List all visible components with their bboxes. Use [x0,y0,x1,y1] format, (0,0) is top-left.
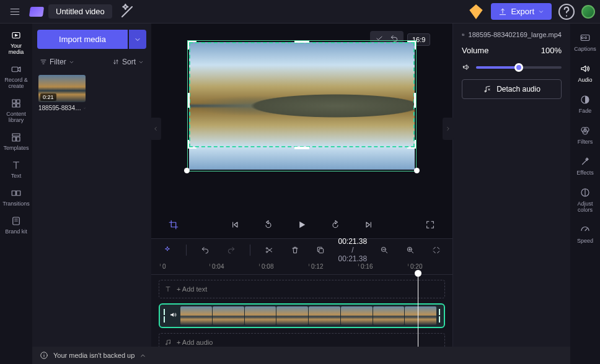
volume-label: Volume [462,46,488,55]
filter-button[interactable]: Filter [40,58,74,66]
svg-rect-6 [17,104,20,107]
thumbnail-name: 188595-8834… [38,105,81,111]
properties-panel: 188595-883402169_large.mp4 Volume 100% D… [452,24,570,364]
rewind-icon[interactable] [258,215,278,235]
skip-start-icon[interactable] [225,215,245,235]
resize-handle-right[interactable] [414,93,417,108]
thumbnail-image: 0:21 [38,75,86,102]
resize-handle-top[interactable] [294,40,309,43]
playback-controls [151,211,452,238]
rail-fade[interactable]: Fade [571,89,599,120]
import-dropdown[interactable] [129,30,146,49]
timecode: 00:21.38 / 00:21.38 [338,237,367,263]
fullscreen-icon[interactable] [420,215,440,235]
rail-effects[interactable]: Effects [571,151,599,182]
svg-rect-4 [17,100,20,103]
forward-icon[interactable] [325,215,345,235]
rail-captions[interactable]: Captions [571,27,599,58]
check-icon [84,105,86,111]
media-thumbnail[interactable]: 0:21 188595-8834… [38,75,86,111]
zoom-in-icon[interactable] [402,240,419,260]
timeline-ruler[interactable]: 0 0:04 0:08 0:12 0:16 0:20 [151,261,452,275]
panel-collapse-right[interactable] [443,118,454,140]
canvas-wrapper[interactable] [189,42,415,170]
duplicate-icon[interactable] [312,240,330,260]
filter-icon [40,58,47,66]
video-file-icon [462,33,465,37]
undo-button[interactable] [196,240,214,260]
clip-thumbnails [180,306,436,325]
clip-audio-icon [169,310,177,321]
resize-handle-left[interactable] [187,93,190,108]
export-button[interactable]: Export [491,3,552,20]
project-title[interactable]: Untitled video [48,4,112,19]
info-icon [40,351,48,360]
svg-rect-3 [12,100,15,103]
crop-tool-icon[interactable] [164,215,183,235]
user-avatar[interactable] [581,5,595,19]
rail-audio[interactable]: Audio [571,58,599,89]
media-panel: Import media Filter Sort 0:21 [32,24,151,364]
menu-button[interactable] [5,2,25,22]
chevron-up-icon[interactable] [139,352,146,359]
chevron-down-icon [138,59,144,65]
speaker-icon[interactable] [462,63,471,72]
panel-collapse-left[interactable] [150,118,161,140]
timeline-section: 00:21.38 / 00:21.38 0 0:04 0:08 0:12 0:1… [151,238,452,364]
rail-templates[interactable]: Templates [1,128,31,156]
slider-thumb[interactable] [514,63,523,72]
duration-badge: 0:21 [40,93,56,101]
svg-rect-5 [12,104,15,107]
left-rail: Your media Record & create Content libra… [0,24,32,364]
rail-record[interactable]: Record & create [1,60,31,94]
rail-your-media[interactable]: Your media [1,26,31,60]
rail-text[interactable]: Text [1,156,31,184]
export-label: Export [511,7,534,16]
clip-filename: 188595-883402169_large.mp4 [469,31,562,38]
video-track[interactable] [159,303,445,328]
music-icon [164,339,172,346]
magic-icon[interactable] [117,2,137,22]
resize-handle-bl[interactable] [188,140,196,149]
play-button[interactable] [292,215,312,235]
fit-icon[interactable] [428,240,445,260]
preview-canvas [189,42,415,170]
crop-dot-right[interactable] [414,168,420,173]
detach-icon [483,85,492,93]
resize-handle-tl[interactable] [188,41,196,50]
resize-handle-tr[interactable] [407,41,416,50]
premium-icon[interactable] [466,2,486,22]
rail-filters[interactable]: Filters [571,120,599,151]
app-logo [29,7,44,17]
rail-speed[interactable]: Speed [571,219,599,250]
resize-handle-bottom[interactable] [294,147,309,149]
rail-brand-kit[interactable]: Brand kit [1,212,31,240]
volume-value: 100% [541,46,562,55]
crop-dot-left[interactable] [184,168,190,173]
rail-adjust-colors[interactable]: Adjust colors [571,182,599,219]
text-track[interactable]: + Add text [159,280,445,298]
rail-transitions[interactable]: Transitions [1,184,31,212]
footer-message: Your media isn't backed up [53,352,135,359]
volume-slider[interactable] [476,66,562,69]
resize-handle-br[interactable] [407,140,416,149]
zoom-out-icon[interactable] [376,240,393,260]
svg-rect-8 [12,137,15,141]
rail-content-library[interactable]: Content library [1,94,31,128]
sort-button[interactable]: Sort [112,58,144,66]
svg-rect-15 [319,249,324,253]
detach-audio-button[interactable]: Detach audio [462,79,562,99]
delete-icon[interactable] [286,240,304,260]
svg-rect-7 [12,134,20,136]
split-icon[interactable] [260,240,278,260]
right-rail: Captions Audio Fade Filters Effects Adju… [570,24,600,364]
redo-button[interactable] [223,240,240,260]
svg-rect-11 [17,191,20,196]
help-icon[interactable] [557,2,576,22]
selection-outline [189,42,415,147]
clip-handle-left[interactable] [162,309,166,323]
skip-end-icon[interactable] [359,215,379,235]
import-media-button[interactable]: Import media [37,30,128,49]
sparkle-icon[interactable] [159,240,176,260]
clip-handle-right[interactable] [438,309,441,323]
